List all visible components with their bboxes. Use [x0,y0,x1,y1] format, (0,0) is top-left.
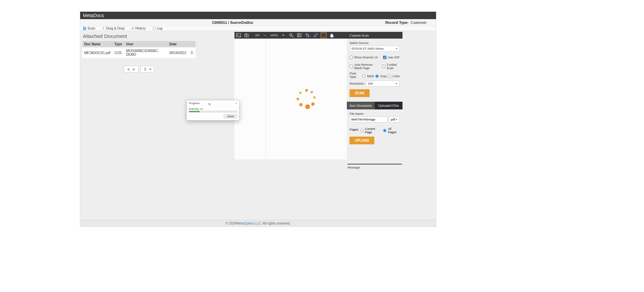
tab-save-documents[interactable]: Save Documents [347,102,375,109]
loading-spinner [297,89,317,109]
close-icon[interactable]: × [235,102,237,105]
auto-remove-blank-checkbox[interactable]: Auto Remove Blank Page [350,63,381,70]
col-doc: Doc Name [82,41,112,47]
dialog-title: Progress [189,102,200,105]
zoom-value: 100% [270,34,278,37]
upload-button[interactable]: UPLOAD [350,137,374,144]
attached-table: Doc Name Type User Date METADOCS1.pdf CU… [82,41,196,58]
zoom-out-icon[interactable]: − [262,33,268,38]
col-user: User [124,41,167,47]
zoom-in-icon[interactable]: + [281,33,286,38]
viewer-toolbar: 0/0 − 100% + [234,32,347,39]
dialog-status: Scanning, 1/1 [189,108,237,110]
col-type: Type [112,41,124,47]
record-type-value: Customer [411,20,427,25]
tab-drag-drop[interactable]: ⇩ Drag & Drop [102,27,125,30]
select-source-label: Select Source: [350,41,400,45]
tab-bar: Scan ⇩ Drag & Drop ↺ History ☐ Log [80,26,436,31]
file-name-label: File Name: [350,112,400,115]
download-icon[interactable] [190,51,194,54]
title-bar: MetaDocs [80,12,436,19]
pager-prev[interactable]: < > [124,66,139,72]
history-icon: ↺ [131,27,134,30]
message-box [347,169,402,183]
show-scanner-ui-checkbox[interactable]: Show Scanner UI [350,56,378,59]
file-name-input[interactable] [350,116,387,123]
svg-line-6 [292,36,293,37]
camera-icon[interactable] [244,33,249,38]
pixel-type-label: Pixel Type: [350,72,361,79]
svg-point-3 [246,35,247,36]
page-canvas[interactable] [266,39,347,159]
pixel-color-radio[interactable]: Color [388,75,400,78]
svg-rect-9 [322,34,325,37]
scan-button[interactable]: SCAN [350,89,370,97]
svg-point-5 [290,34,292,36]
tab-uploaded-files[interactable]: Uploaded Files [375,102,402,109]
fit-icon[interactable] [297,33,302,38]
message-label: Message: [347,164,402,169]
document-viewer: 0/0 − 100% + [234,32,347,159]
dropbox-icon: ⇩ [102,27,105,30]
hand-icon[interactable] [329,33,334,38]
record-type-label: Record Type: [385,20,409,25]
crop-icon[interactable] [305,33,310,38]
record-id-name: C000011 / SueroOralInc [80,20,385,25]
svg-rect-4 [246,34,247,34]
progress-bar [189,111,237,112]
page-indicator: 0/0 [255,34,260,37]
progress-dialog: Progress × Scanning, 1/1 Cancel [186,100,239,120]
record-bar: C000011 / SueroOralInc Record Type: Cust… [80,19,436,26]
footer: © 2024 MetaOption LLC . All rights reser… [80,220,436,227]
col-date: Date [167,41,188,47]
current-page-radio[interactable]: Current Page [360,127,382,134]
footer-company-link[interactable]: MetaOption LLC [236,222,261,225]
edit-icon[interactable] [313,33,318,38]
pages-label: Pages: [350,128,359,131]
thumbnail-strip[interactable] [234,39,266,159]
svg-point-1 [237,34,238,35]
two-sided-checkbox[interactable]: 2-sided Scan [382,63,400,70]
svg-rect-0 [236,34,241,37]
image-icon[interactable] [236,33,241,38]
scan-icon [83,27,86,30]
all-pages-radio[interactable]: All Pages [383,127,400,134]
pager-size[interactable]: 5 [141,66,154,72]
pixel-bw-radio[interactable]: B&W [362,75,374,78]
app-title: MetaDocs [83,13,104,18]
use-adf-checkbox[interactable]: Use ADF [383,56,400,59]
tab-scan[interactable]: Scan [83,27,95,30]
log-icon: ☐ [153,27,156,30]
cancel-button[interactable]: Cancel [224,114,237,118]
select-icon[interactable] [321,33,326,38]
search-icon[interactable] [289,33,294,38]
svg-rect-8 [298,34,300,36]
file-format-select[interactable]: pdf [389,116,400,123]
custom-scan-heading: Custom Scan [347,32,402,39]
table-row[interactable]: METADOCS1.pdf CUS MOD365BC\D365BC-DEMO 0… [82,47,196,58]
attached-heading: Attached Document [83,33,195,39]
tab-history[interactable]: ↺ History [131,27,146,30]
svg-rect-2 [245,34,249,37]
resolution-select[interactable]: 200 [366,81,400,87]
pixel-gray-radio[interactable]: Gray [375,75,387,78]
pager: < > 5 [82,66,196,72]
resolution-label: Resolution: [350,82,365,85]
source-select[interactable]: EPSON ET-2650 Series [350,46,400,52]
tab-log[interactable]: ☐ Log [153,27,163,30]
